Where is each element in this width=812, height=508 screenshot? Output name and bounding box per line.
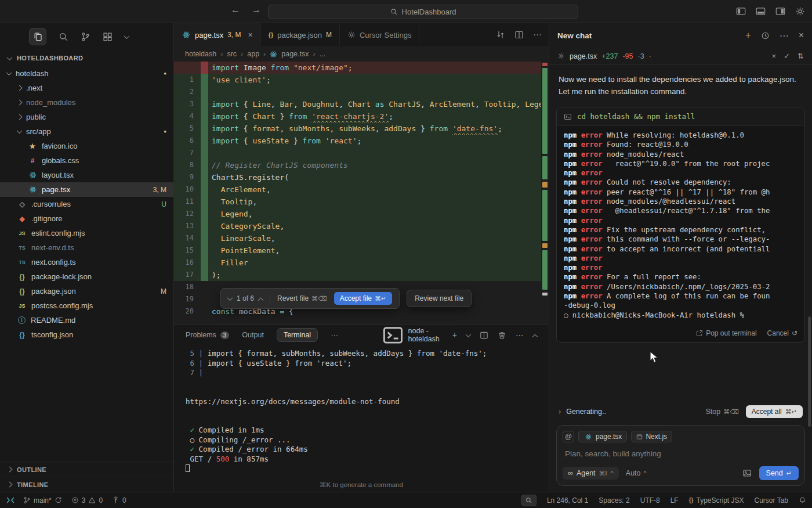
stop-button[interactable]: Stop ⌘⌫ bbox=[705, 408, 738, 416]
next-diff-icon[interactable] bbox=[258, 297, 264, 303]
tree-item-package-lock-json[interactable]: {}package-lock.json bbox=[0, 269, 173, 284]
tree-item-node-modules[interactable]: node_modules bbox=[0, 95, 173, 110]
context-chip-nextjs[interactable]: Next.js bbox=[631, 431, 672, 442]
toggle-right-panel-icon[interactable] bbox=[775, 6, 785, 16]
context-chip-page-tsx[interactable]: page.tsx bbox=[578, 431, 627, 442]
tree-item-readme-md[interactable]: iREADME.md bbox=[0, 313, 173, 327]
model-selector[interactable]: Auto ^ bbox=[626, 469, 647, 477]
scrollbar-thumb[interactable] bbox=[808, 316, 811, 427]
maximize-panel-icon[interactable] bbox=[532, 334, 538, 340]
image-attach-icon[interactable] bbox=[742, 469, 752, 478]
zoom-indicator[interactable] bbox=[521, 495, 536, 506]
tree-item-src-app[interactable]: src/app● bbox=[0, 124, 173, 139]
editor[interactable]: import Image from "next/image";1'use cli… bbox=[174, 62, 549, 324]
cancel-button[interactable]: Cancel ↺ bbox=[767, 329, 798, 337]
panel-more-tabs-icon[interactable]: ⋯ bbox=[331, 331, 338, 340]
breadcrumb-item[interactable]: app bbox=[247, 50, 259, 58]
close-chat-icon[interactable]: × bbox=[799, 30, 804, 41]
terminal-dropdown-icon[interactable] bbox=[466, 332, 472, 337]
reject-changes-icon[interactable]: × bbox=[772, 52, 777, 60]
tab-terminal[interactable]: Terminal bbox=[277, 328, 318, 342]
pop-out-terminal-button[interactable]: Pop out terminal bbox=[696, 329, 756, 337]
accept-all-button[interactable]: Accept all ⌘↵ bbox=[746, 405, 803, 418]
new-terminal-icon[interactable]: + bbox=[452, 330, 457, 340]
toggle-left-panel-icon[interactable] bbox=[736, 6, 746, 16]
encoding[interactable]: UTF-8 bbox=[640, 496, 660, 505]
breadcrumb-item[interactable]: ... bbox=[320, 50, 325, 58]
language-mode[interactable]: {} TypeScript JSX bbox=[689, 496, 744, 505]
changed-file-pill[interactable]: page.tsx +237 -95 ·3 · × ✓ ⇅ bbox=[549, 48, 812, 65]
back-icon[interactable]: ← bbox=[231, 5, 240, 15]
chat-input[interactable]: Plan, search, build anything bbox=[563, 442, 799, 466]
breadcrumb-item[interactable]: page.tsx bbox=[281, 50, 309, 58]
notifications-bell[interactable] bbox=[799, 496, 806, 504]
tab-cursor-settings[interactable]: Cursor Settings bbox=[340, 23, 420, 46]
extensions-icon[interactable] bbox=[103, 32, 113, 42]
explorer-section-header[interactable]: HOTELDASHBOARD bbox=[0, 50, 173, 66]
revert-file-button[interactable]: Revert file ⌘⌫ bbox=[277, 294, 327, 302]
agent-mode-selector[interactable]: ∞ Agent ⌘I ^ bbox=[563, 467, 619, 480]
tree-item-cursorrules[interactable]: ◇.cursorrulesU bbox=[0, 197, 173, 211]
gear-icon[interactable] bbox=[795, 6, 805, 16]
close-icon[interactable]: × bbox=[248, 30, 253, 39]
tree-item-gitignore[interactable]: ◆.gitignore bbox=[0, 211, 173, 226]
navigate-changes-icon[interactable]: ⇅ bbox=[798, 52, 804, 60]
accept-changes-icon[interactable]: ✓ bbox=[784, 52, 790, 60]
chat-composer[interactable]: @ page.tsx Next.js Plan, search, build a… bbox=[556, 425, 805, 486]
tree-item-tsconfig-json[interactable]: {}tsconfig.json bbox=[0, 327, 173, 342]
chat-more-icon[interactable]: ⋯ bbox=[780, 30, 789, 41]
terminal-shell-selector[interactable]: node - hoteldash bbox=[382, 324, 440, 347]
chevron-down-icon[interactable] bbox=[124, 33, 130, 39]
tab-output[interactable]: Output bbox=[242, 331, 264, 339]
accept-file-button[interactable]: Accept file ⌘↵ bbox=[334, 292, 393, 305]
cursor-position[interactable]: Ln 246, Col 1 bbox=[547, 496, 588, 505]
tree-item-hoteldash[interactable]: hoteldash● bbox=[0, 66, 173, 81]
search-view-icon[interactable] bbox=[59, 32, 68, 42]
eol-sequence[interactable]: LF bbox=[670, 496, 679, 505]
npm-output[interactable]: npm error While resolving: hoteldash@0.1… bbox=[557, 126, 804, 325]
tree-item-eslint-config-mjs[interactable]: JSeslint.config.mjs bbox=[0, 226, 173, 240]
remote-indicator[interactable] bbox=[6, 496, 15, 504]
chevron-right-icon[interactable]: › bbox=[559, 408, 561, 416]
tree-item-next-env-d-ts[interactable]: TSnext-env.d.ts bbox=[0, 240, 173, 255]
review-next-file-button[interactable]: Review next file bbox=[407, 290, 472, 307]
breadcrumb-item[interactable]: src bbox=[227, 50, 237, 58]
tree-item-public[interactable]: public bbox=[0, 110, 173, 124]
indentation[interactable]: Spaces: 2 bbox=[599, 496, 629, 505]
prev-diff-icon[interactable] bbox=[227, 295, 233, 301]
tree-item-next[interactable]: .next bbox=[0, 81, 173, 95]
explorer-view-button[interactable] bbox=[29, 28, 46, 45]
history-icon[interactable] bbox=[761, 31, 770, 40]
terminal-output[interactable]: 5 | import { format, subMonths, subWeeks… bbox=[174, 345, 549, 492]
timeline-section[interactable]: TIMELINE bbox=[0, 477, 173, 492]
problems-status[interactable]: 3 0 bbox=[71, 496, 103, 505]
breadcrumb-item[interactable]: hoteldash bbox=[185, 50, 216, 58]
tab-problems[interactable]: Problems 3 bbox=[186, 331, 229, 339]
tree-item-next-config-ts[interactable]: TSnext.config.ts bbox=[0, 255, 173, 269]
send-button[interactable]: Send ↵ bbox=[759, 466, 799, 480]
tree-item-page-tsx[interactable]: page.tsx3, M bbox=[0, 182, 173, 197]
tab-package-json[interactable]: {} package.json M bbox=[261, 23, 340, 46]
tree-item-globals-css[interactable]: #globals.css bbox=[0, 153, 173, 168]
panel-more-actions-icon[interactable]: ⋯ bbox=[516, 330, 524, 340]
forward-icon[interactable]: → bbox=[252, 5, 261, 15]
outline-section[interactable]: OUTLINE bbox=[0, 462, 173, 477]
toggle-bottom-panel-icon[interactable] bbox=[756, 6, 766, 16]
tree-item-favicon-ico[interactable]: ★favicon.ico bbox=[0, 139, 173, 153]
tree-item-layout-tsx[interactable]: layout.tsx bbox=[0, 168, 173, 182]
cursor-tab-toggle[interactable]: Cursor Tab bbox=[755, 496, 788, 505]
ports-status[interactable]: 0 bbox=[112, 496, 126, 505]
more-actions-icon[interactable]: ⋯ bbox=[533, 30, 542, 40]
split-editor-icon[interactable] bbox=[514, 30, 524, 39]
tab-page-tsx[interactable]: page.tsx 3, M × bbox=[174, 23, 261, 46]
kill-terminal-icon[interactable] bbox=[498, 331, 506, 340]
source-control-icon[interactable] bbox=[81, 32, 90, 42]
command-center-search[interactable]: HotelDashboard bbox=[268, 5, 578, 19]
tree-item-package-json[interactable]: {}package.jsonM bbox=[0, 284, 173, 298]
add-context-button[interactable]: @ bbox=[563, 431, 574, 442]
open-changes-icon[interactable] bbox=[496, 30, 505, 39]
tree-item-postcss-config-mjs[interactable]: JSpostcss.config.mjs bbox=[0, 298, 173, 313]
new-chat-icon[interactable]: + bbox=[745, 30, 751, 41]
git-branch-status[interactable]: main* bbox=[23, 496, 62, 505]
split-terminal-icon[interactable] bbox=[480, 331, 488, 340]
